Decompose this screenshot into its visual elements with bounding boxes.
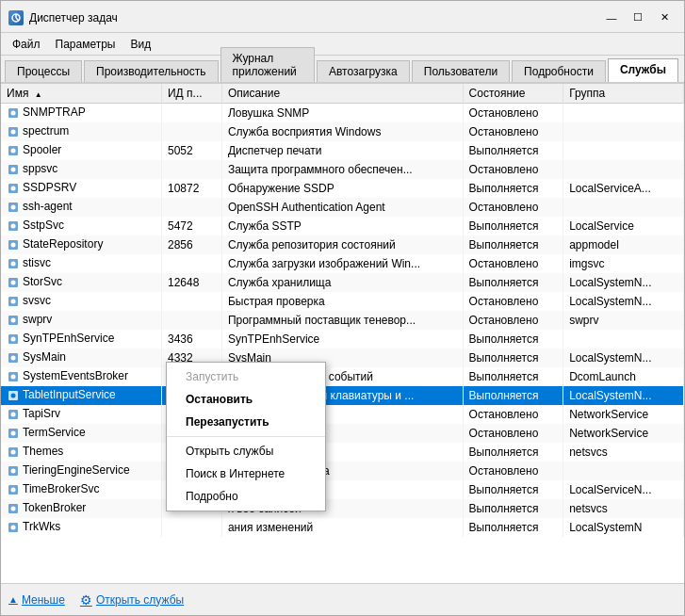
cell-state: Выполняется — [463, 141, 563, 160]
cell-group: appmodel — [563, 235, 684, 254]
cell-name: SSDPSRV — [1, 179, 161, 198]
table-row[interactable]: SNMPTRAP Ловушка SNMP Остановлено — [1, 104, 684, 122]
table-row[interactable]: stisvc Служба загрузки изображений Win..… — [1, 254, 684, 273]
table-row[interactable]: TimeBrokerSvc Выполняется LocalServiceN.… — [1, 480, 684, 499]
cell-group: netsvcs — [563, 443, 684, 462]
cell-group — [563, 198, 684, 217]
menu-bar: Файл Параметры Вид — [1, 33, 684, 56]
cell-name: SystemEventsBroker — [1, 367, 161, 386]
menu-parameters[interactable]: Параметры — [48, 36, 123, 53]
col-header-pid[interactable]: ИД п... — [161, 84, 221, 104]
cell-state: Остановлено — [463, 311, 563, 330]
table-row[interactable]: sppsvc Защита программного обеспечен... … — [1, 160, 684, 179]
svg-point-44 — [11, 487, 16, 492]
tab-performance[interactable]: Производительность — [84, 60, 218, 82]
tab-users[interactable]: Пользователи — [412, 60, 510, 82]
table-header-row: Имя ▲ ИД п... Описание Состояние Группа — [1, 84, 684, 104]
less-button[interactable]: ▲ Меньше — [8, 593, 65, 607]
svg-point-30 — [11, 355, 16, 360]
cell-state: Выполняется — [463, 443, 563, 462]
cell-name: TimeBrokerSvc — [1, 480, 161, 499]
table-row[interactable]: TermService х рабочих столов Остановлено… — [1, 424, 684, 443]
cell-group — [563, 160, 684, 179]
menu-file[interactable]: Файл — [5, 36, 48, 53]
svg-point-38 — [11, 430, 16, 435]
table-row[interactable]: SysMain 4332 SysMain Выполняется LocalSy… — [1, 349, 684, 367]
ctx-details[interactable]: Подробно — [167, 485, 325, 508]
cell-name: StorSvc — [1, 273, 161, 292]
cell-state: Выполняется — [463, 518, 563, 537]
cell-name: SstpSvc — [1, 217, 161, 235]
table-row[interactable]: TabletInputService 2332 Служба сенсорной… — [1, 386, 684, 405]
tab-app-history[interactable]: Журнал приложений — [220, 47, 315, 82]
cell-group — [563, 462, 684, 480]
ctx-search-internet[interactable]: Поиск в Интернете — [167, 462, 325, 485]
ctx-separator — [167, 436, 325, 437]
svg-point-20 — [11, 261, 16, 266]
cell-group: LocalSystemN — [563, 518, 684, 537]
cell-name: TermService — [1, 424, 161, 443]
table-row[interactable]: svsvc Быстрая проверка Остановлено Local… — [1, 292, 684, 311]
cell-state: Выполняется — [463, 480, 563, 499]
window-icon — [8, 10, 24, 25]
table-row[interactable]: Spooler 5052 Диспетчер печати Выполняетс… — [1, 141, 684, 160]
ctx-stop[interactable]: Остановить — [167, 388, 325, 411]
cell-group: imgsvc — [563, 254, 684, 273]
col-header-group[interactable]: Группа — [563, 84, 684, 104]
table-row[interactable]: SSDPSRV 10872 Обнаружение SSDP Выполняет… — [1, 179, 684, 198]
services-table: Имя ▲ ИД п... Описание Состояние Группа — [1, 84, 684, 537]
table-row[interactable]: TrkWks ания изменений Выполняется LocalS… — [1, 518, 684, 537]
sort-arrow-name: ▲ — [35, 90, 42, 99]
tab-details[interactable]: Подробности — [512, 60, 606, 82]
cell-pid: 5052 — [161, 141, 221, 160]
table-row[interactable]: ssh-agent OpenSSH Authentication Agent О… — [1, 198, 684, 217]
cell-state: Выполняется — [463, 273, 563, 292]
svg-line-2 — [16, 18, 19, 21]
tab-services[interactable]: Службы — [608, 58, 678, 82]
cell-pid — [161, 160, 221, 179]
svg-point-36 — [11, 412, 16, 416]
close-button[interactable]: ✕ — [652, 8, 677, 27]
table-row[interactable]: swprv Программный поставщик теневор... О… — [1, 311, 684, 330]
table-row[interactable]: spectrum Служба восприятия Windows Остан… — [1, 122, 684, 141]
table-row[interactable]: TapiSrv Остановлено NetworkService — [1, 405, 684, 424]
cell-desc: SynTPEnhService — [221, 330, 463, 349]
cell-pid: 5472 — [161, 217, 221, 235]
cell-pid — [161, 198, 221, 217]
svg-point-18 — [11, 242, 16, 247]
cell-name: TieringEngineService — [1, 462, 161, 480]
services-table-container: Имя ▲ ИД п... Описание Состояние Группа — [1, 84, 684, 583]
ctx-restart[interactable]: Перезапустить — [167, 411, 325, 433]
cell-name: SNMPTRAP — [1, 104, 161, 122]
svg-point-32 — [11, 374, 16, 379]
col-header-name[interactable]: Имя ▲ — [1, 84, 161, 104]
maximize-button[interactable]: ☐ — [626, 8, 650, 27]
cell-pid: 10872 — [161, 179, 221, 198]
table-row[interactable]: SystemEventsBroker 1108 Брокер системных… — [1, 367, 684, 386]
cell-desc: Программный поставщик теневор... — [221, 311, 463, 330]
cell-desc: Защита программного обеспечен... — [221, 160, 463, 179]
table-row[interactable]: TieringEngineService аниями хранилища Ос… — [1, 462, 684, 480]
cell-name: TabletInputService — [1, 386, 161, 405]
ctx-open-services[interactable]: Открыть службы — [167, 440, 325, 462]
tab-processes[interactable]: Процессы — [5, 60, 82, 82]
table-row[interactable]: StorSvc 12648 Служба хранилища Выполняет… — [1, 273, 684, 292]
table-row[interactable]: SstpSvc 5472 Служба SSTP Выполняется Loc… — [1, 217, 684, 235]
col-header-desc[interactable]: Описание — [221, 84, 463, 104]
ctx-start[interactable]: Запустить — [167, 365, 325, 388]
cell-pid — [161, 518, 221, 537]
cell-group: netsvcs — [563, 499, 684, 518]
tab-startup[interactable]: Автозагрузка — [317, 60, 410, 82]
cell-pid — [161, 104, 221, 122]
table-row[interactable]: Themes Выполняется netsvcs — [1, 443, 684, 462]
table-row[interactable]: SynTPEnhService 3436 SynTPEnhService Вып… — [1, 330, 684, 349]
open-services-footer-button[interactable]: ⚙ Открыть службы — [80, 592, 184, 608]
svg-point-42 — [11, 468, 16, 473]
minimize-button[interactable]: — — [599, 8, 624, 27]
cell-desc: ания изменений — [221, 518, 463, 537]
table-row[interactable]: StateRepository 2856 Служба репозитория … — [1, 235, 684, 254]
col-header-state[interactable]: Состояние — [463, 84, 563, 104]
cell-desc: Служба загрузки изображений Win... — [221, 254, 463, 273]
table-row[interactable]: TokenBroker х веб-записей Выполняется ne… — [1, 499, 684, 518]
menu-view[interactable]: Вид — [122, 36, 158, 53]
